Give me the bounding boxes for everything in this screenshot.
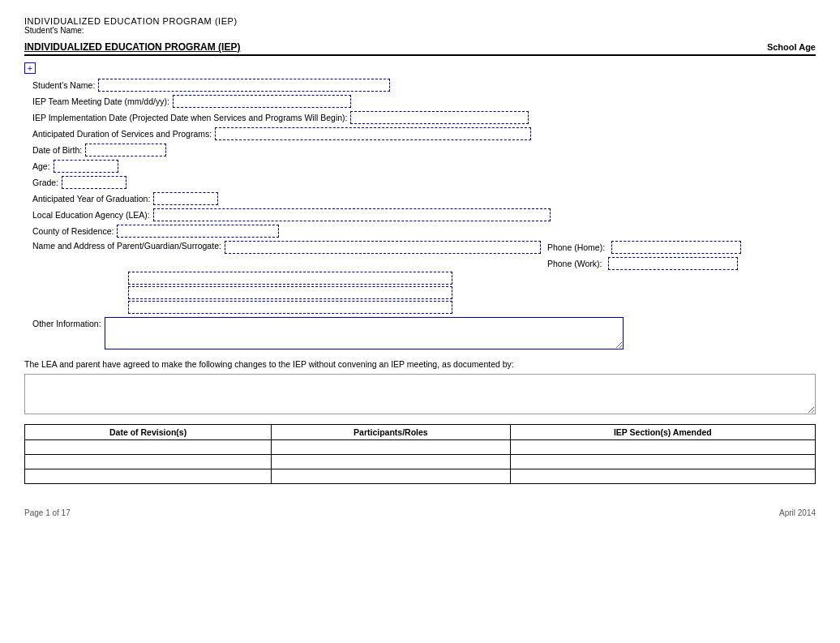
other-info-row: Other Information:: [32, 317, 808, 349]
lea-label: Local Education Agency (LEA):: [32, 210, 150, 220]
lea-statement: The LEA and parent have agreed to make t…: [24, 359, 816, 369]
other-info-label: Other Information:: [32, 319, 101, 328]
revision-table: Date of Revision(s) Participants/Roles I…: [24, 424, 816, 484]
iep-section-title: INDIVIDUALIZED EDUCATION PROGRAM (IEP): [24, 41, 240, 53]
address-lines: [128, 272, 808, 314]
grade-label: Grade:: [32, 178, 58, 187]
table-row: [25, 469, 816, 484]
address-main-input[interactable]: [225, 241, 541, 254]
county-input[interactable]: [117, 225, 279, 238]
county-label: County of Residence:: [32, 226, 114, 236]
anticipated-duration-input[interactable]: [215, 127, 531, 140]
grad-year-label: Anticipated Year of Graduation:: [32, 194, 150, 204]
age-input[interactable]: [54, 160, 118, 173]
name-address-row: Name and Address of Parent/Guardian/Surr…: [32, 241, 808, 270]
dob-label: Date of Birth:: [32, 145, 82, 155]
address-line-2-input[interactable]: [128, 272, 452, 285]
iep-impl-row: IEP Implementation Date (Projected Date …: [32, 111, 808, 124]
page-number: Page 1 of 17: [24, 508, 71, 517]
lea-input[interactable]: [153, 208, 551, 221]
dob-row: Date of Birth:: [32, 144, 808, 156]
form-area: Student's Name: IEP Team Meeting Date (m…: [24, 79, 816, 349]
expand-button[interactable]: +: [24, 62, 36, 74]
phone-work-group: Phone (Work):: [547, 257, 741, 270]
iep-impl-input[interactable]: [350, 111, 529, 124]
other-info-input[interactable]: [105, 317, 624, 349]
address-line-4-input[interactable]: [128, 301, 452, 314]
col-iep-sections-amended: IEP Section(s) Amended: [510, 425, 815, 440]
iep-impl-label: IEP Implementation Date (Projected Date …: [32, 113, 347, 122]
age-label: Age:: [32, 161, 50, 171]
student-name-row: Student's Name:: [32, 79, 808, 92]
school-age-label: School Age: [767, 42, 816, 52]
lea-changes-textarea[interactable]: [24, 374, 816, 414]
doc-header: INDIVIDUALIZED EDUCATION PROGRAM (IEP) S…: [24, 16, 816, 35]
team-meeting-row: IEP Team Meeting Date (mm/dd/yy):: [32, 95, 808, 108]
anticipated-duration-label: Anticipated Duration of Services and Pro…: [32, 129, 212, 139]
student-name-input[interactable]: [98, 79, 390, 92]
grad-year-row: Anticipated Year of Graduation:: [32, 192, 808, 205]
age-row: Age:: [32, 160, 808, 173]
grade-input[interactable]: [62, 176, 126, 189]
footer-date: April 2014: [779, 508, 816, 517]
dob-input[interactable]: [85, 144, 166, 156]
name-address-label: Name and Address of Parent/Guardian/Surr…: [32, 241, 221, 251]
phone-home-input[interactable]: [611, 241, 741, 254]
phone-home-label: Phone (Home):: [547, 242, 605, 252]
table-row: [25, 440, 816, 455]
team-meeting-label: IEP Team Meeting Date (mm/dd/yy):: [32, 96, 169, 106]
grade-row: Grade:: [32, 176, 808, 189]
county-row: County of Residence:: [32, 225, 808, 238]
lea-row: Local Education Agency (LEA):: [32, 208, 808, 221]
phone-work-input[interactable]: [608, 257, 738, 270]
col-participants-roles: Participants/Roles: [272, 425, 510, 440]
doc-header-subtitle: Student's Name:: [24, 26, 816, 35]
phone-work-label: Phone (Work):: [547, 259, 602, 268]
student-name-label: Student's Name:: [32, 80, 95, 90]
table-row: [25, 455, 816, 469]
page-footer: Page 1 of 17 April 2014: [24, 508, 816, 517]
revision-table-header-row: Date of Revision(s) Participants/Roles I…: [25, 425, 816, 440]
grad-year-input[interactable]: [153, 192, 218, 205]
team-meeting-input[interactable]: [173, 95, 351, 108]
section-header: INDIVIDUALIZED EDUCATION PROGRAM (IEP) S…: [24, 41, 816, 56]
doc-header-title: INDIVIDUALIZED EDUCATION PROGRAM (IEP): [24, 16, 816, 26]
anticipated-duration-row: Anticipated Duration of Services and Pro…: [32, 127, 808, 140]
phone-home-group: Phone (Home):: [547, 241, 741, 254]
address-line-3-input[interactable]: [128, 286, 452, 299]
col-date-of-revisions: Date of Revision(s): [25, 425, 272, 440]
